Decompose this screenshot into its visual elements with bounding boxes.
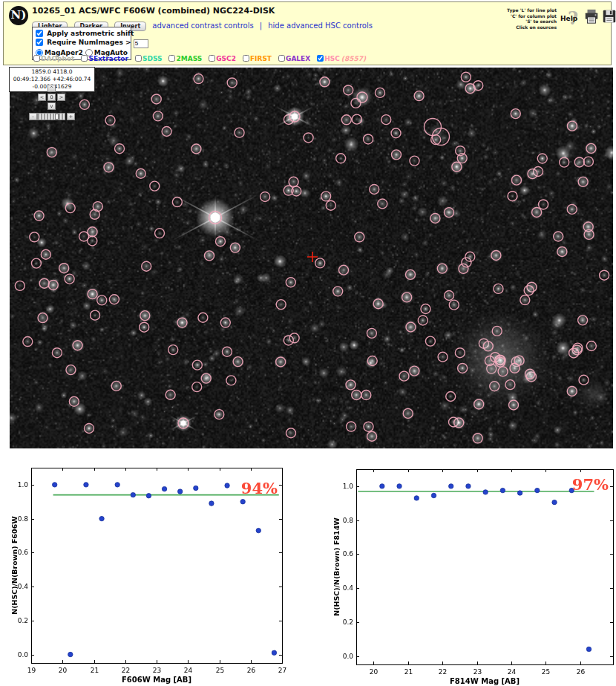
numimages-input[interactable]	[134, 39, 148, 48]
link-separator: |	[260, 22, 262, 30]
catalog-item-daophot: DAOphot	[33, 55, 74, 62]
pan-left-button[interactable]: <	[38, 94, 46, 101]
pan-down-button[interactable]: v	[47, 102, 56, 110]
catalog-checkbox-sextractor[interactable]	[81, 55, 88, 62]
f606w-completeness-chart	[10, 462, 309, 685]
catalog-checkbox-2mass[interactable]	[168, 55, 175, 62]
catalog-label: HSC	[324, 55, 340, 62]
catalog-checkbox-first[interactable]	[243, 55, 249, 62]
catalog-label: GSC2	[216, 55, 236, 62]
pan-right-button[interactable]: >	[57, 94, 65, 101]
zoom-out-button[interactable]: -	[29, 113, 37, 120]
catalog-item-galex: GALEX	[278, 55, 310, 62]
catalog-item-2mass: 2MASS	[168, 55, 202, 62]
f814w-completeness-chart	[330, 462, 616, 686]
catalog-checkbox-hsc[interactable]	[317, 55, 324, 62]
catalog-label: SExtractor	[88, 55, 128, 62]
catalog-checkbox-sdss[interactable]	[135, 55, 142, 62]
pan-up-button[interactable]: ^	[47, 85, 56, 92]
catalog-label: SDSS	[142, 55, 163, 62]
catalog-row: DAOphotSExtractorSDSS2MASSGSC2FIRSTGALEX…	[33, 55, 373, 62]
catalog-label: DAOphot	[41, 55, 74, 62]
pan-center-button[interactable]: 0	[47, 94, 56, 101]
catalog-checkbox-galex[interactable]	[278, 55, 285, 62]
catalog-item-gsc2: GSC2	[209, 55, 236, 62]
catalog-checkbox-daophot[interactable]	[33, 55, 40, 62]
catalog-item-hsc: HSC(8557)	[317, 55, 366, 62]
catalog-source-count: (8557)	[341, 55, 366, 62]
page: N) 10265_01 ACS/WFC F606W (combined) NGC…	[0, 0, 616, 686]
numimages-checkbox[interactable]	[36, 39, 43, 46]
astrometric-shift-label: Apply astrometric shift	[47, 30, 134, 37]
astrometric-shift-checkbox[interactable]	[36, 30, 43, 37]
catalog-checkbox-gsc2[interactable]	[209, 55, 215, 62]
catalog-item-first: FIRST	[243, 55, 272, 62]
numimages-label: Require NumImages >	[47, 39, 131, 46]
zoom-slider[interactable]	[37, 113, 65, 120]
print-icon[interactable]	[583, 8, 600, 24]
star-field-image[interactable]	[10, 68, 613, 448]
catalog-item-sextractor: SExtractor	[81, 55, 128, 62]
header-panel: N) 10265_01 ACS/WFC F606W (combined) NGC…	[3, 1, 612, 65]
sky-coordinates: 00:49:12.366 +42:46:00.74	[10, 76, 94, 83]
catalog-label: 2MASS	[176, 55, 202, 62]
help-button[interactable]: ? Help	[560, 9, 583, 28]
zoom-in-button[interactable]: +	[67, 113, 75, 120]
catalog-item-sdss: SDSS	[135, 55, 163, 62]
hide-hsc-controls-link[interactable]: hide advanced HSC controls	[268, 22, 373, 30]
catalog-label: FIRST	[250, 55, 272, 62]
zoom-slider-handle[interactable]	[55, 114, 59, 120]
keyboard-help-text: Type 'L' for line plot 'C' for column pl…	[482, 7, 557, 30]
save-icon[interactable]	[601, 8, 616, 24]
catalog-label: GALEX	[286, 55, 310, 62]
mast-logo-icon: N)	[9, 6, 28, 25]
page-title: 10265_01 ACS/WFC F606W (combined) NGC224…	[32, 6, 275, 16]
advanced-contrast-link[interactable]: advanced contrast controls	[152, 22, 253, 30]
pixel-coordinates: 1859.0 4118.0	[10, 68, 94, 76]
